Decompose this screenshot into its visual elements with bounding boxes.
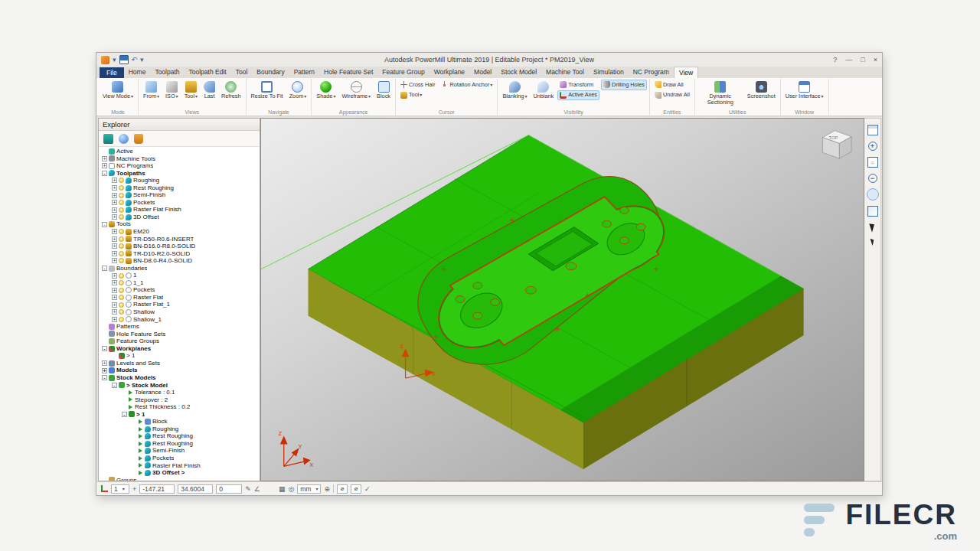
tab-workplane[interactable]: Workplane: [430, 67, 469, 78]
x-coordinate-field[interactable]: -147.21: [139, 484, 175, 494]
resize-to-fit-button[interactable]: Resize To Fit: [249, 80, 286, 108]
cursor-tool-button[interactable]: Tool▾: [398, 90, 437, 101]
tab-tool[interactable]: Tool: [231, 67, 253, 78]
tree-expander[interactable]: +: [102, 360, 107, 366]
tree-item[interactable]: + Pockets: [100, 286, 260, 294]
tree-item[interactable]: + Machine Tools: [100, 155, 260, 163]
tree-expander[interactable]: +: [112, 243, 117, 249]
tree-item[interactable]: + Rest Roughing: [100, 184, 260, 192]
tree-expander[interactable]: -: [102, 346, 107, 351]
view-cube[interactable]: TOP: [822, 131, 851, 158]
zoom-in-icon[interactable]: +: [868, 142, 877, 151]
refresh-button[interactable]: Refresh: [219, 80, 243, 108]
tree-item[interactable]: Stepover : 2: [100, 396, 260, 404]
tree-expander[interactable]: +: [112, 236, 117, 242]
tab-toolpath-edit[interactable]: Toolpath Edit: [185, 67, 231, 78]
tree-item[interactable]: 3D Offset >: [100, 469, 260, 477]
view-last-button[interactable]: Last: [201, 80, 217, 108]
save-icon[interactable]: [119, 55, 129, 64]
tree-expander[interactable]: +: [112, 185, 117, 191]
view-mode-button[interactable]: View Mode▾: [100, 80, 136, 108]
tree-item[interactable]: + Raster Flat_1: [100, 301, 260, 308]
tree-item[interactable]: Raster Flat Finish: [100, 462, 260, 470]
tree-item[interactable]: + TR-D10-R2.0-SOLID: [100, 250, 260, 258]
tree-item[interactable]: + Semi-Finish: [100, 191, 260, 199]
cross-hair-button[interactable]: Cross Hair: [398, 80, 437, 90]
grid-icon[interactable]: ▦: [279, 484, 286, 494]
tree-item[interactable]: + EM20: [100, 228, 260, 236]
close-button[interactable]: ×: [874, 55, 877, 64]
tree-expander[interactable]: +: [112, 295, 117, 300]
edit-coordinates-icon[interactable]: ✎: [245, 484, 251, 494]
minimize-button[interactable]: —: [845, 55, 852, 64]
tree-item[interactable]: + 1_1: [100, 279, 260, 287]
z-coordinate-field[interactable]: 0: [216, 484, 242, 494]
zoom-out-icon[interactable]: −: [868, 174, 877, 183]
maximize-button[interactable]: □: [861, 55, 864, 64]
tree-expander[interactable]: +: [112, 193, 117, 198]
tree-expander[interactable]: -: [102, 171, 107, 176]
tree-item[interactable]: + 1: [100, 272, 260, 279]
shade-button[interactable]: Shade▾: [314, 80, 338, 108]
block-view-icon[interactable]: [867, 206, 878, 217]
tree-expander[interactable]: +: [112, 214, 117, 220]
y-coordinate-field[interactable]: 34.6004: [178, 484, 213, 494]
view-tool-button[interactable]: Tool▾: [182, 80, 200, 108]
transform-button[interactable]: Transform: [557, 80, 599, 90]
tab-file[interactable]: File: [100, 67, 124, 78]
tree-item[interactable]: + Shallow: [100, 308, 260, 316]
tab-toolpath[interactable]: Toolpath: [150, 67, 184, 78]
tool-diameter-button[interactable]: ⌀: [337, 484, 348, 494]
tab-stock-model[interactable]: Stock Model: [496, 67, 541, 78]
view-iso-button[interactable]: ISO▾: [163, 80, 181, 108]
tree-expander[interactable]: -: [102, 375, 107, 380]
view-from-button[interactable]: From▾: [141, 80, 162, 108]
tab-home[interactable]: Home: [124, 67, 151, 78]
tree-item[interactable]: + Levels and Sets: [100, 360, 260, 367]
pick-cursor-icon[interactable]: [870, 238, 875, 246]
tree-expander[interactable]: +: [112, 200, 117, 205]
units-combo[interactable]: mm ▾: [297, 484, 321, 494]
tree-item[interactable]: Semi-Finish: [100, 447, 260, 455]
tree-expander[interactable]: +: [112, 302, 117, 308]
tab-boundary[interactable]: Boundary: [252, 67, 289, 78]
app-menu-icon[interactable]: [101, 56, 109, 64]
3d-viewport[interactable]: Z X TOP: [260, 118, 864, 481]
tree-item[interactable]: Active: [100, 148, 260, 155]
tree-expander[interactable]: +: [112, 251, 117, 256]
block-button[interactable]: Block: [374, 80, 393, 108]
tree-item[interactable]: > 1: [100, 352, 260, 360]
shaded-view-icon[interactable]: [867, 189, 878, 200]
tree-expander[interactable]: +: [102, 163, 107, 168]
unblank-button[interactable]: Unblank: [531, 80, 556, 108]
tree-item[interactable]: Hole Feature Sets: [100, 331, 260, 338]
tree-item[interactable]: - Workplanes: [100, 345, 260, 353]
tree-item[interactable]: + Raster Flat Finish: [100, 206, 260, 214]
tree-item[interactable]: - Stock Models: [100, 374, 260, 382]
tree-expander[interactable]: +: [112, 273, 117, 279]
angle-icon[interactable]: ∠: [254, 484, 260, 494]
tree-expander[interactable]: +: [112, 229, 117, 234]
tab-view[interactable]: View: [674, 67, 698, 78]
tree-item[interactable]: Rest Roughing: [100, 432, 260, 440]
undo-icon[interactable]: ↶: [132, 56, 138, 64]
tree-item[interactable]: + Shallow_1: [100, 316, 260, 324]
tree-expander[interactable]: -: [102, 266, 107, 271]
tree-item[interactable]: Feature Groups: [100, 337, 260, 345]
app-menu-caret-icon[interactable]: ▾: [113, 56, 116, 64]
tree-item[interactable]: - Toolpaths: [100, 170, 260, 178]
rotation-anchor-button[interactable]: Rotation Anchor▾: [439, 80, 495, 90]
tree-item[interactable]: Rest Thickness : 0.2: [100, 403, 260, 411]
tree-item[interactable]: - Boundaries: [100, 265, 260, 272]
tree-item[interactable]: + 3D Offset: [100, 214, 260, 221]
active-axes-button[interactable]: Active Axes: [557, 90, 599, 101]
globe-icon[interactable]: [119, 134, 129, 144]
tab-nc-program[interactable]: NC Program: [629, 67, 674, 78]
tree-expander[interactable]: +: [102, 156, 107, 161]
zoom-button[interactable]: Zoom▾: [287, 80, 309, 108]
user-interface-button[interactable]: User Interface▾: [783, 80, 826, 108]
tree-expander[interactable]: +: [112, 317, 117, 322]
zoom-to-box-icon[interactable]: ○: [867, 157, 878, 168]
tree-expander[interactable]: +: [112, 207, 117, 213]
tree-item[interactable]: + Roughing: [100, 177, 260, 184]
